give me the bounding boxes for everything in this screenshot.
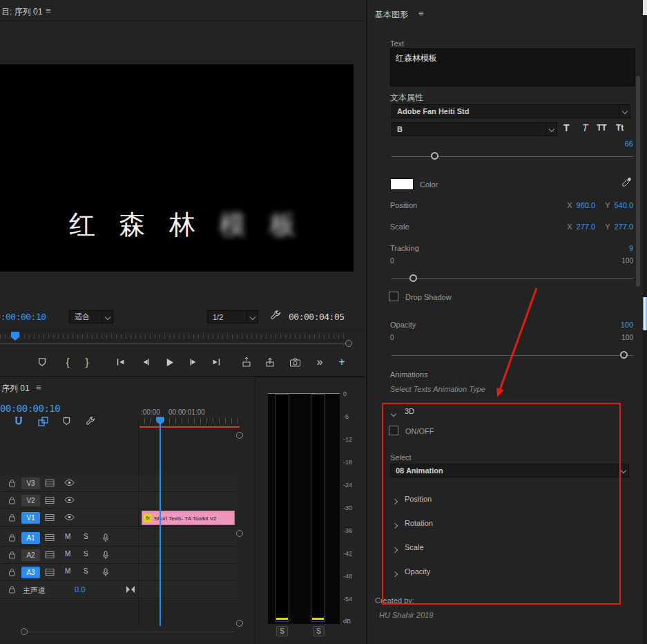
timeline-playhead-line[interactable]: [160, 424, 161, 626]
play-button[interactable]: [160, 353, 178, 371]
sync-lock-icon[interactable]: [45, 513, 55, 523]
solo-button[interactable]: S: [84, 550, 88, 558]
step-forward-button[interactable]: [184, 353, 202, 371]
lock-icon[interactable]: [8, 568, 16, 578]
lift-button[interactable]: [238, 353, 255, 371]
sync-lock-icon[interactable]: [45, 551, 55, 560]
fit-select[interactable]: 适合: [69, 310, 113, 323]
add-marker-icon[interactable]: [62, 417, 71, 427]
panel-menu-icon[interactable]: ≡: [36, 382, 41, 392]
chevron-right-icon[interactable]: [393, 521, 397, 529]
font-family-select[interactable]: Adobe Fan Heiti Std: [392, 104, 630, 118]
mic-icon[interactable]: [102, 568, 109, 578]
group-3d-label[interactable]: 3D: [405, 407, 414, 415]
small-caps-button[interactable]: Tt: [616, 123, 624, 133]
chevron-right-icon[interactable]: [393, 545, 397, 553]
os-scrollbar-top-cap[interactable]: [643, 0, 647, 15]
eyedropper-icon[interactable]: [621, 177, 632, 189]
sync-lock-icon[interactable]: [45, 496, 55, 506]
lock-icon[interactable]: [8, 496, 16, 506]
lock-icon[interactable]: [8, 585, 16, 595]
extract-button[interactable]: [261, 353, 279, 371]
program-tab[interactable]: 目: 序列 01: [1, 6, 42, 18]
track-target-v3[interactable]: V3: [21, 477, 40, 489]
drop-shadow-checkbox[interactable]: [389, 292, 398, 301]
lock-icon[interactable]: [8, 479, 16, 489]
timeline-ruler-ticks[interactable]: [138, 418, 240, 424]
lock-icon[interactable]: [8, 513, 16, 523]
essential-graphics-tab[interactable]: 基本图形: [375, 9, 408, 21]
track-scroll-handle-top[interactable]: [236, 432, 243, 439]
position-y-value[interactable]: 540.0: [614, 201, 633, 209]
lock-icon[interactable]: [8, 533, 16, 543]
program-timecode[interactable]: 00:00:00:10: [0, 312, 46, 322]
track-target-a1[interactable]: A1: [21, 532, 40, 544]
settings-wrench-icon[interactable]: [270, 310, 281, 323]
section-rotation[interactable]: Rotation: [405, 519, 433, 527]
solo-button[interactable]: S: [84, 533, 88, 540]
track-target-v2[interactable]: V2: [21, 495, 40, 506]
track-target-v1[interactable]: V1: [21, 512, 40, 524]
add-button-editor-button[interactable]: +: [333, 353, 351, 371]
linked-selection-icon[interactable]: [38, 417, 48, 428]
eye-icon[interactable]: [64, 479, 75, 488]
go-to-out-button[interactable]: [207, 353, 225, 371]
font-size-slider-handle[interactable]: [431, 152, 438, 160]
opacity-slider-track[interactable]: [392, 355, 633, 356]
scale-y-value[interactable]: 277.0: [614, 222, 633, 231]
mute-button[interactable]: M: [65, 533, 70, 540]
tracking-slider-track[interactable]: [392, 278, 633, 279]
lock-icon[interactable]: [8, 551, 16, 560]
mark-in-button[interactable]: {: [59, 353, 77, 371]
text-input[interactable]: 红森林模板: [390, 48, 635, 86]
track-target-a2[interactable]: A2: [21, 549, 40, 561]
go-to-in-button[interactable]: [112, 353, 130, 371]
timeline-settings-wrench-icon[interactable]: [86, 417, 95, 428]
timeline-tab[interactable]: 序列 01: [1, 383, 30, 395]
eye-icon[interactable]: [64, 513, 75, 522]
horizontal-scrollbar-track[interactable]: [28, 632, 235, 632]
horizontal-scroll-handle[interactable]: [21, 628, 28, 635]
sync-lock-icon[interactable]: [45, 568, 55, 578]
tracking-slider-handle[interactable]: [409, 274, 417, 282]
sync-lock-icon[interactable]: [45, 533, 55, 543]
faux-italic-button[interactable]: T: [582, 122, 588, 133]
chevron-right-icon[interactable]: [393, 497, 397, 505]
animation-select[interactable]: 08 Animation: [390, 464, 629, 477]
meter-solo-button-left[interactable]: S: [276, 626, 288, 636]
panel-scrollbar-thumb[interactable]: [636, 76, 640, 287]
add-marker-button[interactable]: [33, 353, 51, 371]
onoff-checkbox[interactable]: [389, 426, 398, 435]
all-caps-button[interactable]: TT: [597, 123, 607, 133]
section-opacity[interactable]: Opacity: [405, 567, 430, 576]
mute-button[interactable]: M: [65, 567, 70, 575]
more-options-button[interactable]: »: [311, 353, 329, 371]
font-size-value[interactable]: 66: [606, 140, 633, 148]
chevron-right-icon[interactable]: [393, 569, 397, 578]
scrubber-zoom-handle[interactable]: [345, 340, 352, 347]
program-scrubber[interactable]: [0, 330, 365, 347]
scale-x-value[interactable]: 277.0: [577, 222, 596, 231]
solo-button[interactable]: S: [84, 567, 88, 575]
tracking-value[interactable]: 9: [606, 244, 633, 252]
mic-icon[interactable]: [102, 533, 109, 544]
bowtie-keyframe-icon[interactable]: [126, 585, 135, 595]
track-scroll-handle-mid[interactable]: [236, 530, 243, 537]
playback-resolution-select[interactable]: 1/2: [207, 310, 258, 323]
font-size-slider-track[interactable]: [392, 156, 633, 157]
master-volume-value[interactable]: 0.0: [75, 585, 85, 594]
timeline-clip[interactable]: fx Short Texts- TA Toolkit V2: [142, 511, 235, 525]
timeline-timecode[interactable]: 00:00:00:10: [0, 403, 60, 414]
section-position[interactable]: Position: [405, 495, 432, 503]
position-x-value[interactable]: 960.0: [577, 201, 596, 209]
program-playhead-caret[interactable]: [11, 332, 19, 341]
panel-menu-icon[interactable]: ≡: [418, 8, 424, 19]
mic-icon[interactable]: [102, 551, 109, 561]
meter-solo-button-right[interactable]: S: [313, 626, 325, 636]
export-frame-camera-icon[interactable]: [286, 353, 304, 371]
track-scroll-handle-bottom[interactable]: [236, 620, 243, 627]
chevron-down-icon[interactable]: [392, 409, 396, 417]
section-scale[interactable]: Scale: [405, 543, 424, 551]
track-target-a3[interactable]: A3: [21, 567, 40, 578]
mute-button[interactable]: M: [65, 550, 70, 558]
